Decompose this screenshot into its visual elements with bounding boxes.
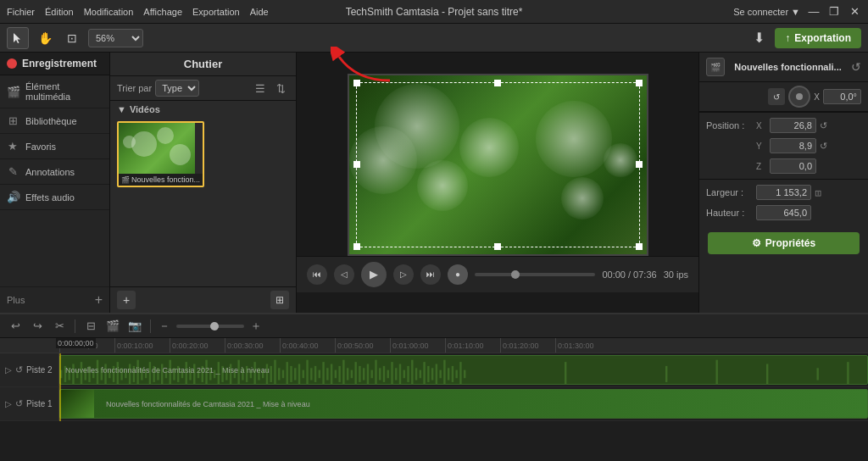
svg-rect-47 [246, 366, 248, 382]
menu-bar[interactable]: Fichier Édition Modification Affichage E… [7, 7, 269, 17]
step-forward-button[interactable]: ▷ [393, 264, 414, 285]
svg-rect-65 [319, 370, 320, 379]
track-2-content: Nouvelles fonctionnalités de Camtasia 20… [59, 353, 868, 386]
handle-tl[interactable] [353, 80, 360, 86]
step-back-button[interactable]: ◁ [334, 264, 354, 285]
rotate-left-button[interactable]: ↺ [768, 88, 785, 105]
zoom-thumb[interactable] [210, 322, 219, 330]
sidebar-item-media[interactable]: 🎬 Élément multimédia [0, 75, 109, 108]
svg-rect-6 [81, 362, 82, 385]
fast-forward-button[interactable]: ⏭ [420, 264, 441, 285]
menu-modification[interactable]: Modification [84, 7, 134, 17]
track-1-clip[interactable]: Nouvelles fonctionnalités de Camtasia 20… [59, 389, 868, 419]
track-1-expand[interactable]: ▷ [5, 399, 12, 408]
menu-affichage[interactable]: Affichage [143, 7, 182, 17]
position-z-input[interactable] [770, 158, 816, 174]
width-input[interactable] [756, 185, 811, 200]
add-icon: + [95, 292, 103, 308]
minimize-button[interactable]: — [807, 5, 821, 19]
add-media-button[interactable]: + [117, 291, 136, 309]
properties-button[interactable]: ⚙ Propriétés [708, 232, 860, 254]
menu-fichier[interactable]: Fichier [7, 7, 35, 17]
svg-rect-104 [716, 360, 718, 385]
track-2-clip[interactable]: Nouvelles fonctionnalités de Camtasia 20… [59, 355, 868, 385]
main-toolbar: ✋ ⊡ 56% ⬇ ↑ Exportation [0, 24, 868, 53]
svg-rect-16 [120, 368, 122, 380]
playhead[interactable] [511, 270, 520, 279]
zoom-slider[interactable] [176, 325, 244, 328]
lock-aspect-icon[interactable]: ⊟ [814, 189, 823, 196]
track-2-rotate[interactable]: ↺ [15, 364, 23, 375]
track-1-clip-label: Nouvelles fonctionnalités de Camtasia 20… [65, 400, 310, 408]
svg-rect-45 [237, 360, 239, 385]
props-refresh-icon[interactable]: ↺ [851, 60, 861, 74]
pos-y-refresh[interactable]: ↺ [820, 141, 827, 152]
axis-x-label: X [814, 92, 820, 102]
track-2-expand[interactable]: ▷ [5, 365, 12, 375]
sidebar-item-audio[interactable]: 🔊 Effets audio [0, 185, 109, 210]
svg-rect-49 [253, 362, 255, 385]
playhead-track[interactable] [475, 273, 595, 276]
svg-rect-82 [387, 370, 389, 379]
grid-view-button[interactable]: ⊞ [270, 291, 289, 309]
play-button[interactable]: ▶ [361, 262, 387, 287]
track-1-rotate[interactable]: ↺ [15, 398, 23, 409]
download-icon-button[interactable]: ⬇ [748, 27, 770, 49]
zoom-select[interactable]: 56% [88, 29, 143, 47]
menu-exportation[interactable]: Exportation [192, 7, 240, 17]
undo-button[interactable]: ↩ [7, 318, 24, 335]
marker-button[interactable]: ● [448, 264, 468, 285]
sidebar-more-button[interactable]: Plus + [0, 286, 109, 313]
svg-rect-36 [202, 366, 203, 382]
maximize-button[interactable]: ❐ [827, 5, 841, 19]
height-input[interactable] [756, 205, 811, 220]
svg-rect-95 [439, 370, 441, 379]
handle-tm[interactable] [494, 80, 501, 86]
rotate-circle[interactable] [788, 86, 810, 108]
handle-rm[interactable] [636, 161, 643, 168]
zoom-out-button[interactable]: － [158, 319, 171, 333]
sort-order-button[interactable]: ⇅ [272, 80, 289, 97]
props-header: 🎬 Nouvelles fonctionnali... ↺ [699, 53, 868, 82]
toolbar-divider [75, 319, 75, 333]
pos-x-refresh[interactable]: ↺ [820, 120, 827, 131]
waveform-svg [60, 356, 867, 385]
split-button[interactable]: ⊟ [82, 318, 99, 335]
tracks-area: 0:00:00;00 0:00:10:00 0:00:20:00 0:00:30… [0, 338, 868, 421]
media-thumbnail[interactable]: 🎬 Nouvelles fonction... [117, 121, 204, 187]
rewind-button[interactable]: ⏮ [307, 264, 327, 285]
library-icon: ⊞ [7, 114, 19, 127]
sort-select[interactable]: Type [155, 80, 199, 97]
svg-rect-29 [173, 368, 175, 380]
svg-rect-91 [423, 362, 425, 385]
export-button[interactable]: ↑ Exportation [775, 28, 861, 48]
select-tool-button[interactable] [7, 27, 29, 49]
sidebar-item-favorites[interactable]: ★ Favoris [0, 134, 109, 159]
svg-rect-101 [464, 370, 465, 379]
move-tool-button[interactable]: ✋ [34, 27, 56, 49]
handle-br[interactable] [636, 243, 643, 250]
connect-button[interactable]: Se connecter ▼ [733, 7, 800, 17]
handle-bm[interactable] [494, 243, 501, 250]
handle-lm[interactable] [353, 161, 360, 168]
position-y-input[interactable] [770, 138, 816, 153]
rotation-x-input[interactable]: 0,0° [823, 89, 861, 104]
menu-edition[interactable]: Édition [45, 7, 74, 17]
menu-aide[interactable]: Aide [250, 7, 269, 17]
handle-tr[interactable] [636, 80, 643, 86]
close-button[interactable]: ✕ [848, 5, 861, 19]
redo-button[interactable]: ↪ [29, 318, 46, 335]
svg-rect-100 [459, 362, 461, 385]
media-button[interactable]: 🎬 [104, 318, 121, 335]
ruler-mark-2: 0:00:20:00 [170, 338, 225, 353]
zoom-in-button[interactable]: ＋ [249, 319, 263, 333]
crop-tool-button[interactable]: ⊡ [61, 27, 83, 49]
snapshot-button[interactable]: 📷 [126, 318, 143, 335]
cut-button[interactable]: ✂ [51, 318, 68, 335]
handle-bl[interactable] [353, 243, 360, 250]
sidebar-item-annotations[interactable]: ✎ Annotations [0, 159, 109, 185]
sidebar-item-library[interactable]: ⊞ Bibliothèque [0, 108, 109, 134]
list-view-button[interactable]: ☰ [252, 80, 269, 97]
position-x-input[interactable] [770, 118, 816, 133]
section-collapse-icon[interactable]: ▼ [117, 104, 126, 114]
